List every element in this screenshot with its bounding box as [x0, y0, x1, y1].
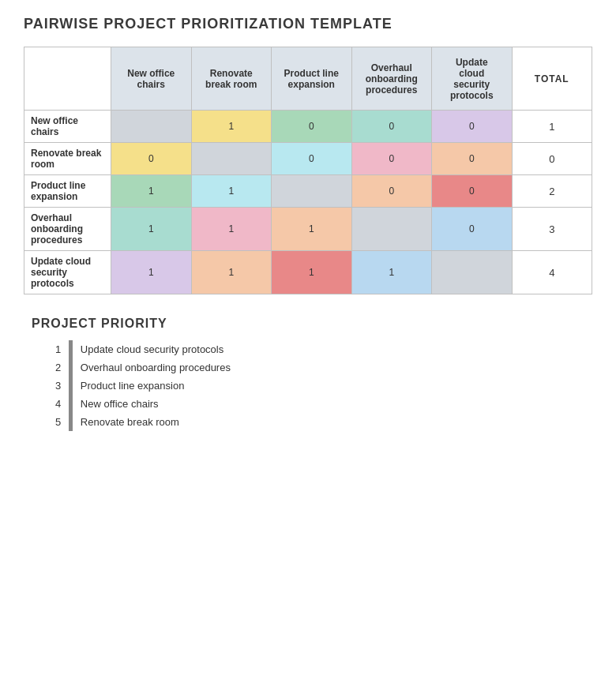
cell-0-1: 1: [191, 111, 272, 143]
cell-2-0: 1: [111, 175, 192, 208]
priority-section: PROJECT PRIORITY 1 Update cloud security…: [24, 317, 592, 431]
row-label-1: Renovate break room: [24, 143, 111, 175]
priority-rank-3: 4: [47, 395, 69, 413]
col-header-1: New officechairs: [111, 47, 192, 111]
cell-4-2: 1: [272, 251, 352, 294]
total-cell-1: 0: [512, 143, 592, 175]
cell-1-0: 0: [111, 143, 192, 175]
priority-item-0: 1 Update cloud security protocols: [47, 340, 239, 358]
priority-name-0: Update cloud security protocols: [73, 340, 239, 358]
priority-table: 1 Update cloud security protocols2 Overh…: [47, 340, 239, 431]
cell-2-4: 0: [432, 175, 513, 208]
cell-2-3: 0: [351, 175, 432, 208]
total-cell-3: 3: [512, 208, 592, 251]
priority-name-4: Renovate break room: [73, 413, 239, 431]
col-header-2: Renovatebreak room: [191, 47, 272, 111]
cell-2-2: [272, 175, 352, 208]
row-label-0: New office chairs: [24, 111, 111, 143]
cell-4-3: 1: [351, 251, 432, 294]
cell-2-1: 1: [191, 175, 272, 208]
cell-0-4: 0: [432, 111, 513, 143]
page-title: PAIRWISE PROJECT PRIORITIZATION TEMPLATE: [24, 16, 592, 32]
priority-name-3: New office chairs: [73, 395, 239, 413]
cell-4-0: 1: [111, 251, 192, 294]
cell-1-2: 0: [272, 143, 352, 175]
total-cell-4: 4: [512, 251, 592, 294]
cell-3-2: 1: [272, 208, 352, 251]
cell-3-0: 1: [111, 208, 192, 251]
priority-rank-1: 2: [47, 358, 69, 377]
cell-3-4: 0: [432, 208, 513, 251]
row-label-3: Overhaul onboarding procedures: [24, 208, 111, 251]
col-header-5: Updatecloudsecurityprotocols: [432, 47, 513, 111]
cell-1-3: 0: [351, 143, 432, 175]
cell-0-2: 0: [272, 111, 352, 143]
cell-1-4: 0: [432, 143, 513, 175]
matrix-table: New officechairs Renovatebreak room Prod…: [24, 47, 592, 294]
row-label-2: Product line expansion: [24, 175, 111, 208]
matrix-container: New officechairs Renovatebreak room Prod…: [24, 47, 592, 294]
cell-3-3: [351, 208, 432, 251]
priority-rank-4: 5: [47, 413, 69, 431]
total-cell-0: 1: [512, 111, 592, 143]
corner-cell: [24, 47, 111, 111]
cell-1-1: [191, 143, 272, 175]
priority-name-1: Overhaul onboarding procedures: [73, 358, 239, 377]
cell-0-0: [111, 111, 192, 143]
total-cell-2: 2: [512, 175, 592, 208]
priority-rank-2: 3: [47, 377, 69, 395]
cell-3-1: 1: [191, 208, 272, 251]
total-header: TOTAL: [512, 47, 592, 111]
priority-item-3: 4 New office chairs: [47, 395, 239, 413]
priority-title: PROJECT PRIORITY: [32, 317, 592, 331]
col-header-3: Product lineexpansion: [272, 47, 352, 111]
priority-item-4: 5 Renovate break room: [47, 413, 239, 431]
cell-4-1: 1: [191, 251, 272, 294]
col-header-4: Overhaulonboardingprocedures: [351, 47, 432, 111]
priority-item-1: 2 Overhaul onboarding procedures: [47, 358, 239, 377]
row-label-4: Update cloud security protocols: [24, 251, 111, 294]
priority-name-2: Product line expansion: [73, 377, 239, 395]
cell-4-4: [432, 251, 513, 294]
cell-0-3: 0: [351, 111, 432, 143]
priority-rank-0: 1: [47, 340, 69, 358]
priority-item-2: 3 Product line expansion: [47, 377, 239, 395]
